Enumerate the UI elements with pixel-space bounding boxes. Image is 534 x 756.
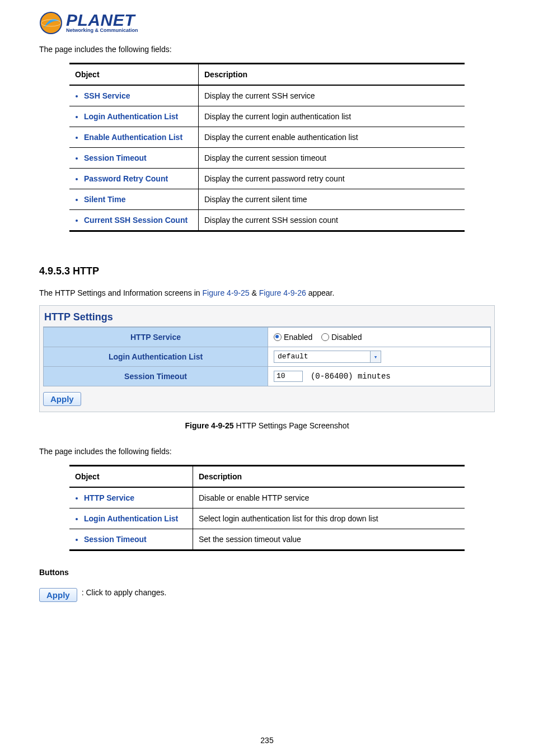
ssh-field-description: Display the current password retry count	[199, 169, 465, 189]
ssh-field-description: Display the current enable authenticatio…	[199, 127, 465, 148]
table-row: Login Authentication ListSelect login au…	[69, 508, 465, 529]
http-fields-table: Object Description HTTP ServiceDisable o…	[69, 465, 465, 551]
intro-text-2: The page includes the following fields:	[39, 447, 495, 456]
table-row: Password Retry CountDisplay the current …	[69, 169, 465, 189]
table-row: Login Authentication ListDisplay the cur…	[69, 106, 465, 127]
table-row: Session TimeoutDisplay the current sessi…	[69, 148, 465, 169]
ssh-field-description: Display the current login authentication…	[199, 106, 465, 127]
table2-header-description: Description	[193, 466, 465, 488]
http-settings-title: HTTP Settings	[43, 309, 491, 327]
session-timeout-input[interactable]: 10	[274, 371, 303, 382]
figure-link-4-9-26[interactable]: Figure 4-9-26	[259, 288, 306, 297]
figure-link-4-9-25[interactable]: Figure 4-9-25	[203, 288, 250, 297]
http-field-object: Session Timeout	[84, 535, 187, 544]
http-field-description: Set the session timeout value	[193, 529, 465, 550]
ssh-field-object: Current SSH Session Count	[84, 216, 193, 225]
ssh-field-description: Display the current silent time	[199, 189, 465, 210]
http-service-disabled-label: Disabled	[331, 333, 362, 342]
table-row: HTTP ServiceDisable or enable HTTP servi…	[69, 487, 465, 508]
sentence-amp: &	[250, 288, 259, 297]
table2-header-object: Object	[69, 466, 193, 488]
planet-globe-icon	[39, 11, 63, 35]
logo-tagline: Networking & Communication	[66, 27, 138, 33]
figure-caption-rest: HTTP Settings Page Screenshot	[234, 421, 349, 430]
logo-brand-text: PLANET	[66, 13, 138, 27]
session-timeout-label: Session Timeout	[44, 367, 268, 386]
figure-caption: Figure 4-9-25 HTTP Settings Page Screens…	[39, 421, 495, 430]
ssh-field-object: SSH Service	[84, 91, 193, 100]
table-row: Current SSH Session CountDisplay the cur…	[69, 210, 465, 231]
http-field-description: Disable or enable HTTP service	[193, 487, 465, 508]
chevron-down-icon: ▾	[370, 351, 381, 362]
ssh-fields-table: Object Description SSH ServiceDisplay th…	[69, 63, 465, 232]
http-settings-panel: HTTP Settings HTTP Service Enabled Disab…	[39, 305, 495, 412]
http-service-label: HTTP Service	[44, 328, 268, 347]
ssh-field-object: Password Retry Count	[84, 174, 193, 183]
sentence-pre: The HTTP Settings and Information screen…	[39, 288, 203, 297]
page-number: 235	[0, 736, 534, 745]
session-timeout-range: (0-86400) minutes	[311, 372, 391, 381]
table-row: SSH ServiceDisplay the current SSH servi…	[69, 85, 465, 106]
login-auth-list-dropdown[interactable]: default ▾	[274, 351, 381, 363]
ssh-field-object: Session Timeout	[84, 153, 193, 162]
logo: PLANET Networking & Communication	[39, 11, 495, 35]
http-field-object: HTTP Service	[84, 493, 187, 502]
figure-caption-bold: Figure 4-9-25	[185, 421, 233, 430]
apply-button-doc[interactable]: Apply	[39, 588, 77, 602]
login-auth-list-label: Login Authentication List	[44, 347, 268, 367]
login-auth-list-value: default	[274, 352, 370, 362]
apply-button-description: : Click to apply changes.	[82, 588, 167, 597]
svg-point-1	[41, 13, 61, 33]
intro-text-1: The page includes the following fields:	[39, 45, 495, 54]
table1-header-object: Object	[69, 64, 199, 86]
http-field-description: Select login authentication list for thi…	[193, 508, 465, 529]
ssh-field-object: Silent Time	[84, 195, 193, 204]
section-heading-http: 4.9.5.3 HTTP	[39, 265, 495, 277]
ssh-field-description: Display the current session timeout	[199, 148, 465, 169]
sentence-post: appear.	[306, 288, 335, 297]
table-row: Session TimeoutSet the session timeout v…	[69, 529, 465, 550]
table-row: Enable Authentication ListDisplay the cu…	[69, 127, 465, 148]
http-service-disabled-radio[interactable]	[321, 333, 329, 341]
table-row: Silent TimeDisplay the current silent ti…	[69, 189, 465, 210]
buttons-heading: Buttons	[39, 568, 495, 577]
ssh-field-object: Enable Authentication List	[84, 133, 193, 142]
http-service-enabled-label: Enabled	[284, 333, 312, 342]
ssh-field-object: Login Authentication List	[84, 112, 193, 121]
ssh-field-description: Display the current SSH session count	[199, 210, 465, 231]
section-intro-sentence: The HTTP Settings and Information screen…	[39, 288, 495, 297]
http-service-enabled-radio[interactable]	[274, 333, 282, 341]
ssh-field-description: Display the current SSH service	[199, 85, 465, 106]
apply-button[interactable]: Apply	[43, 392, 81, 406]
http-field-object: Login Authentication List	[84, 514, 187, 523]
table1-header-description: Description	[199, 64, 465, 86]
